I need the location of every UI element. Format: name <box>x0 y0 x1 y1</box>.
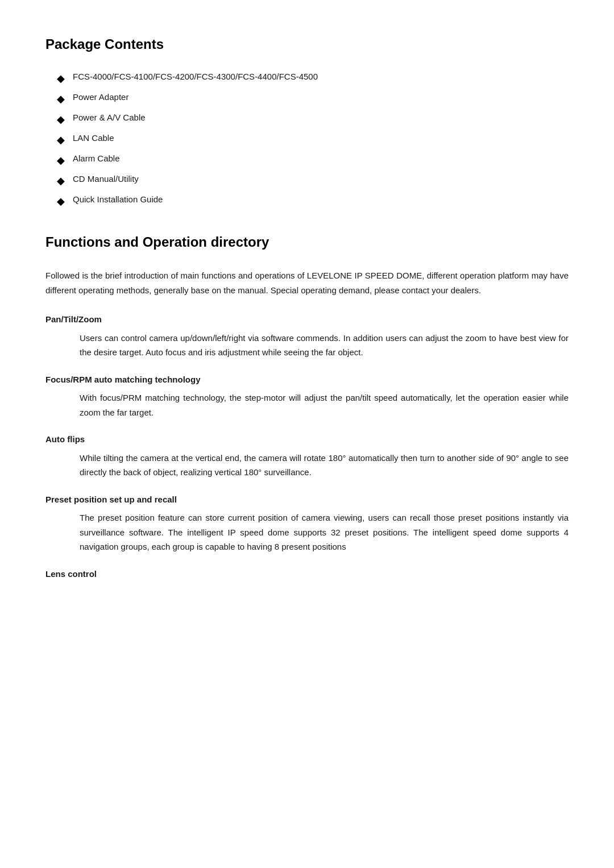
list-item: ◆ Power Adapter <box>57 91 569 107</box>
bullet-diamond-icon: ◆ <box>57 112 65 127</box>
subsection-body-preset-position: The preset position feature can store cu… <box>45 510 569 554</box>
subsection-body-focus-rpm: With focus/PRM matching technology, the … <box>45 391 569 420</box>
subsection-auto-flips: Auto flips While tilting the camera at t… <box>45 433 569 480</box>
subsection-title-auto-flips: Auto flips <box>45 433 569 446</box>
bullet-diamond-icon: ◆ <box>57 92 65 107</box>
package-contents-title: Package Contents <box>45 34 569 55</box>
subsection-title-lens-control: Lens control <box>45 568 569 581</box>
list-item-text: Power & A/V Cable <box>73 111 146 124</box>
functions-section: Functions and Operation directory Follow… <box>45 232 569 580</box>
subsection-focus-rpm: Focus/RPM auto matching technology With … <box>45 373 569 420</box>
list-item: ◆ Power & A/V Cable <box>57 111 569 127</box>
subsection-pan-tilt-zoom: Pan/Tilt/Zoom Users can control camera u… <box>45 313 569 360</box>
list-item-text: Power Adapter <box>73 91 128 104</box>
functions-intro: Followed is the brief introduction of ma… <box>45 268 569 297</box>
list-item: ◆ LAN Cable <box>57 132 569 148</box>
package-contents-list: ◆ FCS-4000/FCS-4100/FCS-4200/FCS-4300/FC… <box>45 70 569 209</box>
subsection-lens-control: Lens control <box>45 568 569 581</box>
package-contents-section: Package Contents ◆ FCS-4000/FCS-4100/FCS… <box>45 34 569 209</box>
bullet-diamond-icon: ◆ <box>57 194 65 209</box>
functions-title: Functions and Operation directory <box>45 232 569 252</box>
bullet-diamond-icon: ◆ <box>57 153 65 168</box>
bullet-diamond-icon: ◆ <box>57 132 65 148</box>
list-item: ◆ FCS-4000/FCS-4100/FCS-4200/FCS-4300/FC… <box>57 70 569 86</box>
list-item-text: FCS-4000/FCS-4100/FCS-4200/FCS-4300/FCS-… <box>73 70 318 84</box>
list-item: ◆ Quick Installation Guide <box>57 193 569 209</box>
bullet-diamond-icon: ◆ <box>57 173 65 189</box>
list-item-text: Alarm Cable <box>73 152 120 165</box>
list-item-text: CD Manual/Utility <box>73 173 139 186</box>
list-item-text: Quick Installation Guide <box>73 193 163 206</box>
subsection-title-focus-rpm: Focus/RPM auto matching technology <box>45 373 569 387</box>
subsection-body-pan-tilt-zoom: Users can control camera up/down/left/ri… <box>45 331 569 360</box>
list-item-text: LAN Cable <box>73 132 114 145</box>
subsection-preset-position: Preset position set up and recall The pr… <box>45 493 569 554</box>
subsection-title-preset-position: Preset position set up and recall <box>45 493 569 506</box>
list-item: ◆ Alarm Cable <box>57 152 569 168</box>
subsection-title-pan-tilt-zoom: Pan/Tilt/Zoom <box>45 313 569 326</box>
list-item: ◆ CD Manual/Utility <box>57 173 569 189</box>
subsection-body-auto-flips: While tilting the camera at the vertical… <box>45 451 569 480</box>
bullet-diamond-icon: ◆ <box>57 71 65 86</box>
